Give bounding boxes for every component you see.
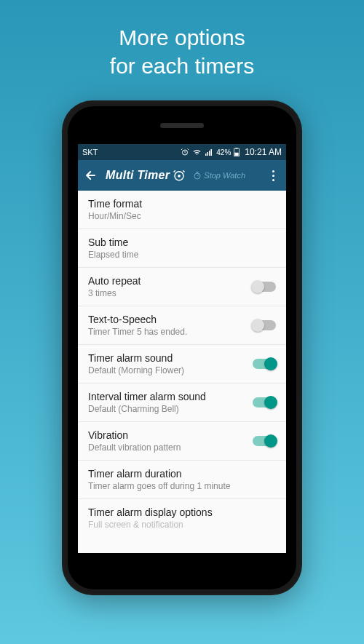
settings-row-title: Timer alarm sound [88, 352, 253, 364]
settings-list[interactable]: Time formatHour/Min/SecSub timeElapsed t… [78, 191, 286, 553]
phone-inner: SKT 42% 10:21 AM [68, 106, 296, 589]
settings-row-text: Auto repeat3 times [88, 275, 253, 298]
settings-row-title: Interval timer alarm sound [88, 391, 253, 402]
settings-row-title: Timer alarm display options [88, 506, 276, 518]
settings-row[interactable]: VibrationDefault vibration pattern [78, 422, 286, 461]
overflow-dot-icon [272, 175, 274, 177]
overflow-dot-icon [272, 170, 274, 172]
settings-row-title: Sub time [88, 236, 276, 248]
svg-rect-2 [207, 152, 209, 156]
settings-row-subtitle: Timer alarm goes off during 1 minute [88, 481, 276, 491]
settings-row-subtitle: 3 times [88, 288, 253, 298]
settings-row-title: Auto repeat [88, 275, 253, 287]
settings-row-title: Timer alarm duration [88, 468, 276, 480]
toggle-knob [264, 396, 277, 409]
settings-row-subtitle: Default (Morning Flower) [88, 365, 253, 375]
svg-rect-3 [209, 151, 210, 156]
promo-line2: for each timers [110, 52, 254, 80]
toggle-switch[interactable] [253, 320, 276, 330]
settings-row[interactable]: Time formatHour/Min/Sec [78, 191, 286, 229]
battery-icon [234, 148, 240, 156]
toggle-knob [251, 319, 264, 332]
settings-row-text: Sub timeElapsed time [88, 236, 276, 260]
phone-bottom-bezel [68, 553, 296, 589]
toggle-knob [264, 434, 277, 448]
wifi-icon [192, 148, 202, 156]
svg-rect-4 [211, 149, 213, 156]
settings-row-subtitle: Default vibration pattern [88, 442, 253, 453]
settings-row[interactable]: Auto repeat3 times [78, 268, 286, 306]
status-time: 10:21 AM [245, 147, 282, 157]
stopwatch-icon [193, 171, 202, 180]
settings-row-subtitle: Hour/Min/Sec [88, 211, 276, 221]
settings-row-text: Timer alarm display optionsFull screen &… [88, 506, 276, 530]
toggle-switch[interactable] [253, 436, 276, 446]
settings-row-text: Timer alarm soundDefault (Morning Flower… [88, 352, 253, 375]
settings-row-title: Vibration [88, 429, 253, 441]
overflow-menu-button[interactable] [264, 165, 282, 186]
settings-row[interactable]: Timer alarm durationTimer alarm goes off… [78, 461, 286, 499]
alarm-icon [181, 148, 189, 156]
settings-row[interactable]: Timer alarm display optionsFull screen &… [78, 499, 286, 537]
promo-title: More options for each timers [110, 23, 254, 80]
svg-rect-1 [205, 154, 207, 156]
tab-stopwatch[interactable]: Stop Watch [193, 171, 245, 180]
settings-row-text: Interval timer alarm soundDefault (Charm… [88, 391, 253, 414]
screen: SKT 42% 10:21 AM [78, 144, 286, 553]
promo-line1: More options [110, 23, 254, 52]
back-button[interactable] [81, 165, 101, 186]
phone-top-bezel [68, 106, 296, 144]
signal-icon [205, 148, 213, 156]
statusbar: SKT 42% 10:21 AM [78, 144, 286, 160]
settings-row-text: Timer alarm durationTimer alarm goes off… [88, 468, 276, 491]
settings-row-subtitle: Default (Charming Bell) [88, 404, 253, 414]
battery-percent: 42% [216, 148, 231, 156]
settings-row-subtitle: Timer Timer 5 has ended. [88, 327, 253, 337]
app-title-text: Multi Timer [106, 169, 170, 182]
settings-row-text: Text-to-SpeechTimer Timer 5 has ended. [88, 314, 253, 337]
settings-row-subtitle: Full screen & notification [88, 520, 276, 530]
settings-row-title: Text-to-Speech [88, 314, 253, 325]
svg-point-9 [178, 175, 180, 177]
toggle-knob [251, 280, 264, 293]
overflow-dot-icon [272, 179, 274, 181]
settings-row[interactable]: Interval timer alarm soundDefault (Charm… [78, 383, 286, 422]
settings-row[interactable]: Sub timeElapsed time [78, 229, 286, 268]
alarm-clock-icon [173, 169, 186, 182]
app-title: Multi Timer [106, 169, 186, 182]
svg-rect-7 [235, 153, 239, 156]
toggle-knob [264, 357, 277, 370]
settings-row-text: Time formatHour/Min/Sec [88, 198, 276, 221]
carrier-label: SKT [82, 148, 98, 156]
appbar: Multi Timer Stop Watch [78, 160, 286, 191]
toggle-switch[interactable] [253, 282, 276, 292]
phone-frame: SKT 42% 10:21 AM [62, 100, 302, 595]
toggle-switch[interactable] [253, 397, 276, 408]
phone-speaker [160, 123, 204, 128]
tab-stopwatch-label: Stop Watch [204, 171, 245, 180]
settings-row-text: VibrationDefault vibration pattern [88, 429, 253, 453]
toggle-switch[interactable] [253, 359, 276, 369]
svg-rect-6 [236, 148, 238, 148]
settings-row-subtitle: Elapsed time [88, 250, 276, 260]
settings-row[interactable]: Text-to-SpeechTimer Timer 5 has ended. [78, 306, 286, 345]
settings-row-title: Time format [88, 198, 276, 210]
settings-row[interactable]: Timer alarm soundDefault (Morning Flower… [78, 345, 286, 383]
